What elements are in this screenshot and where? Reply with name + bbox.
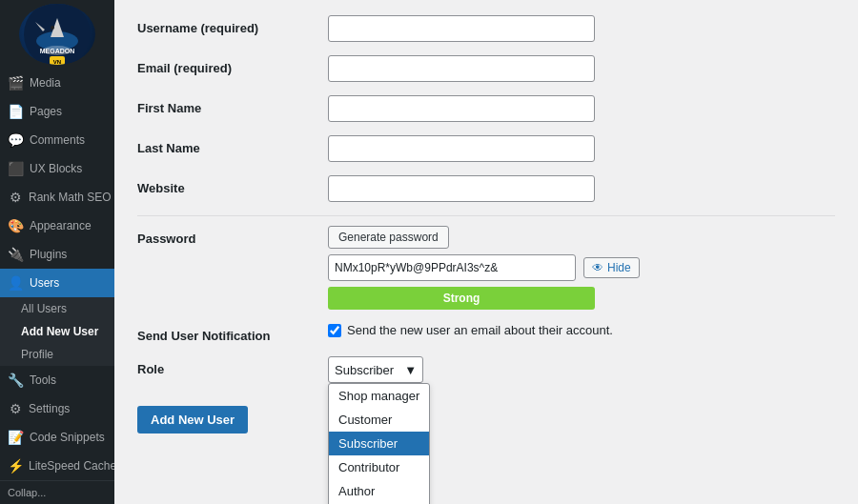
sidebar-label-litespeed: LiteSpeed Cache: [29, 459, 114, 473]
first-name-row: First Name: [137, 95, 835, 122]
settings-icon: ⚙: [8, 401, 23, 416]
role-option-contributor[interactable]: Contributor: [329, 455, 429, 479]
last-name-field: [328, 135, 835, 162]
email-field-container: [328, 55, 835, 82]
notification-field: Send the new user an email about their a…: [328, 323, 835, 337]
website-label: Website: [137, 175, 328, 195]
password-strength-bar: Strong: [328, 287, 595, 310]
role-option-author[interactable]: Author: [329, 479, 429, 503]
role-label: Role: [137, 356, 328, 376]
svg-text:MEGADON: MEGADON: [40, 48, 75, 54]
password-field-row: 👁 Hide: [328, 254, 835, 281]
svg-point-4: [51, 26, 54, 30]
svg-text:VN: VN: [53, 59, 61, 65]
notification-checkbox[interactable]: [328, 324, 341, 337]
website-input[interactable]: [328, 175, 595, 202]
sidebar-item-plugins[interactable]: 🔌 Plugins: [0, 240, 114, 269]
first-name-input[interactable]: [328, 95, 595, 122]
sidebar-label-rank-math: Rank Math SEO: [29, 191, 112, 204]
logo-svg: VN MEGADON: [24, 4, 91, 65]
sidebar-label-appearance: Appearance: [30, 219, 92, 232]
role-selected-label: Subscriber: [335, 363, 394, 377]
sidebar-label-comments: Comments: [30, 133, 85, 147]
pages-icon: 📄: [8, 104, 24, 119]
role-row: Role Subscriber ▼ Shop manager Customer …: [137, 356, 835, 383]
site-logo: VN MEGADON: [19, 4, 95, 65]
add-new-user-button[interactable]: Add New User: [137, 406, 248, 433]
sidebar-item-ux-blocks[interactable]: ⬛ UX Blocks: [0, 154, 114, 183]
sidebar: VN MEGADON 🎬 Media 📄 Pages 💬 Comments ⬛ …: [0, 0, 114, 504]
password-input[interactable]: [328, 254, 576, 281]
sidebar-item-appearance[interactable]: 🎨 Appearance: [0, 212, 114, 240]
role-option-customer[interactable]: Customer: [329, 408, 429, 432]
website-row: Website: [137, 175, 835, 202]
sidebar-label-code-snippets: Code Snippets: [30, 431, 105, 444]
first-name-field: [328, 95, 835, 122]
role-option-subscriber[interactable]: Subscriber: [329, 432, 429, 455]
sidebar-label-users: Users: [30, 276, 59, 290]
password-field-container: Generate password 👁 Hide Strong: [328, 226, 835, 310]
sidebar-label-media: Media: [30, 76, 61, 90]
appearance-icon: 🎨: [8, 218, 24, 233]
collapse-button[interactable]: Collap...: [0, 480, 114, 504]
sidebar-sub-add-new-user[interactable]: Add New User: [0, 320, 114, 343]
tools-icon: 🔧: [8, 373, 24, 388]
chevron-down-icon: ▼: [404, 363, 417, 377]
notification-row-inner: Send the new user an email about their a…: [328, 323, 835, 337]
media-icon: 🎬: [8, 75, 24, 91]
website-field: [328, 175, 835, 202]
sidebar-item-code-snippets[interactable]: 📝 Code Snippets: [0, 423, 114, 452]
email-label: Email (required): [137, 55, 328, 75]
sidebar-label-tools: Tools: [30, 373, 56, 387]
username-field: [328, 15, 835, 42]
plugins-icon: 🔌: [8, 247, 24, 262]
first-name-label: First Name: [137, 95, 328, 115]
last-name-input[interactable]: [328, 135, 595, 162]
sidebar-item-settings[interactable]: ⚙ Settings: [0, 394, 114, 423]
sidebar-sub-all-users[interactable]: All Users: [0, 297, 114, 320]
sidebar-label-ux-blocks: UX Blocks: [30, 162, 82, 175]
password-section: Generate password 👁 Hide Strong: [328, 226, 835, 310]
code-snippets-icon: 📝: [8, 430, 24, 445]
sidebar-item-pages[interactable]: 📄 Pages: [0, 97, 114, 126]
hide-label: Hide: [607, 261, 631, 274]
litespeed-icon: ⚡: [8, 458, 23, 474]
users-icon: 👤: [8, 275, 24, 291]
generate-password-button[interactable]: Generate password: [328, 226, 449, 249]
email-input[interactable]: [328, 55, 595, 82]
sidebar-item-tools[interactable]: 🔧 Tools: [0, 366, 114, 394]
main-content: Username (required) Email (required) Fir…: [114, 0, 858, 504]
notification-row: Send User Notification Send the new user…: [137, 323, 835, 343]
password-row: Password Generate password 👁 Hide Strong: [137, 226, 835, 310]
password-label: Password: [137, 226, 328, 246]
sidebar-item-users[interactable]: 👤 Users: [0, 269, 114, 297]
ux-blocks-icon: ⬛: [8, 161, 24, 176]
role-dropdown-container: Subscriber ▼ Shop manager Customer Subsc…: [328, 356, 423, 383]
last-name-row: Last Name: [137, 135, 835, 162]
notification-label: Send User Notification: [137, 323, 328, 343]
sidebar-item-rank-math-seo[interactable]: ⚙ Rank Math SEO: [0, 183, 114, 212]
role-select-button[interactable]: Subscriber ▼: [328, 356, 423, 383]
sidebar-label-pages: Pages: [30, 105, 62, 118]
comments-icon: 💬: [8, 132, 24, 148]
sidebar-item-comments[interactable]: 💬 Comments: [0, 126, 114, 154]
notification-text: Send the new user an email about their a…: [347, 323, 613, 337]
divider-1: [137, 215, 835, 216]
eye-icon: 👁: [592, 261, 603, 274]
sidebar-submenu-users: All Users Add New User Profile: [0, 297, 114, 366]
strength-label: Strong: [443, 292, 480, 305]
hide-password-button[interactable]: 👁 Hide: [583, 257, 640, 278]
sidebar-item-media[interactable]: 🎬 Media: [0, 69, 114, 97]
rank-math-icon: ⚙: [8, 190, 23, 205]
sidebar-item-litespeed[interactable]: ⚡ LiteSpeed Cache: [0, 452, 114, 480]
username-input[interactable]: [328, 15, 595, 42]
username-label: Username (required): [137, 15, 328, 35]
email-row: Email (required): [137, 55, 835, 82]
role-field: Subscriber ▼ Shop manager Customer Subsc…: [328, 356, 835, 383]
role-option-shop-manager[interactable]: Shop manager: [329, 384, 429, 408]
sidebar-label-plugins: Plugins: [30, 248, 67, 261]
role-dropdown-menu: Shop manager Customer Subscriber Contrib…: [328, 383, 430, 504]
username-row: Username (required): [137, 15, 835, 42]
sidebar-sub-profile[interactable]: Profile: [0, 343, 114, 366]
sidebar-label-settings: Settings: [29, 402, 70, 415]
